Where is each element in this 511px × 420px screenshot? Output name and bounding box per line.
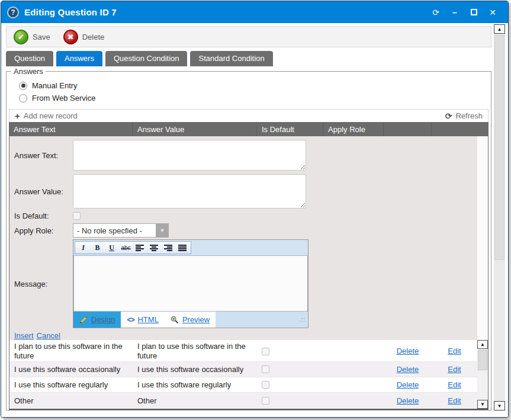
dialog-window: ? Editing Question ID 7 ⟳ – ✕ ✔ Save ✖ D… (1, 1, 509, 418)
close-icon[interactable]: ✕ (483, 8, 502, 17)
row-is-default-checkbox[interactable] (262, 397, 269, 405)
table-row: Other Other Delete Edit (9, 393, 477, 409)
cell-answer-text: I use this software regularly (9, 377, 133, 392)
tab-standard-condition[interactable]: Standard Condition (190, 51, 272, 66)
window-controls: ⟳ – ✕ (426, 8, 502, 17)
rows-scrollbar-thumb[interactable] (478, 350, 487, 370)
help-icon[interactable]: ? (7, 7, 19, 18)
bold-button[interactable]: B (91, 242, 104, 254)
radio-icon-unchecked[interactable] (19, 94, 27, 102)
save-check-icon: ✔ (14, 30, 28, 44)
radio-manual-entry[interactable]: Manual Entry (19, 79, 489, 92)
save-label: Save (33, 33, 50, 41)
column-header-empty-1 (383, 122, 431, 136)
cell-answer-value: Other (133, 393, 257, 409)
edit-link[interactable]: Edit (448, 347, 461, 356)
save-button[interactable]: ✔ Save (14, 30, 50, 44)
tab-question-condition[interactable]: Question Condition (105, 51, 188, 66)
column-header-answer-text: Answer Text (9, 122, 132, 136)
apply-role-value: - No role specfied - (73, 223, 156, 238)
grid-right-rail: ▲ ▼ (477, 136, 488, 409)
rte-content-area[interactable] (73, 255, 308, 312)
grid-body: Answer Text: Answer Value: Is Default: (9, 136, 488, 410)
cell-apply-role (323, 362, 384, 377)
cell-apply-role (323, 340, 384, 363)
delete-label: Delete (82, 33, 105, 41)
justify-icon[interactable] (176, 242, 189, 254)
code-brackets-icon: <> (127, 316, 134, 324)
edit-link[interactable]: Edit (448, 365, 461, 374)
html-tab[interactable]: <> HTML (121, 312, 164, 328)
answer-text-label: Answer Text: (14, 151, 73, 160)
strikethrough-button[interactable]: abc (119, 242, 133, 254)
maximize-icon[interactable] (464, 8, 483, 17)
refresh-grid-icon: ⟳ (445, 112, 452, 120)
insert-link[interactable]: Insert (14, 331, 34, 340)
window-scrollbar-thumb[interactable] (494, 35, 504, 260)
preview-tab[interactable]: Preview (165, 312, 216, 328)
dialog-content: ✔ Save ✖ Delete Question Answers Questio… (1, 23, 508, 418)
radio-icon-checked[interactable] (19, 82, 27, 90)
table-row: I use this software occasionally I use t… (9, 362, 477, 377)
answer-value-input[interactable] (73, 174, 306, 209)
is-default-checkbox[interactable] (73, 212, 81, 220)
answer-text-input[interactable] (73, 140, 306, 171)
delete-x-icon: ✖ (63, 30, 78, 44)
underline-button[interactable]: U (105, 242, 118, 254)
rte-mode-bar: Design <> HTML Preview (73, 312, 308, 328)
tab-strip: Question Answers Question Condition Stan… (6, 51, 491, 66)
align-center-icon[interactable] (147, 242, 161, 254)
cancel-link[interactable]: Cancel (37, 331, 60, 340)
delete-link[interactable]: Delete (397, 365, 419, 374)
edit-link[interactable]: Edit (448, 396, 461, 406)
answers-fieldset: Answers Manual Entry From Web Service (6, 67, 491, 411)
row-is-default-checkbox[interactable] (262, 381, 269, 389)
tab-answers[interactable]: Answers (56, 51, 102, 66)
message-rich-text-editor: I B U abc (73, 239, 308, 328)
entry-mode-radios: Manual Entry From Web Service (19, 79, 489, 104)
row-is-default-checkbox[interactable] (262, 348, 269, 355)
answers-legend: Answers (11, 67, 46, 76)
editor-resize-grip[interactable]: .:: (299, 316, 306, 323)
column-header-is-default: Is Default (256, 122, 323, 136)
grid-rows: I plan to use this software in the futur… (9, 340, 477, 409)
scroll-down-icon[interactable]: ▼ (477, 400, 488, 409)
tab-question[interactable]: Question (6, 51, 53, 66)
scroll-up-icon[interactable]: ▲ (494, 24, 505, 34)
grid-toolbar: + Add new record ⟳ Refresh (9, 109, 488, 122)
align-left-icon[interactable] (133, 242, 147, 254)
pencil-icon (79, 316, 88, 324)
cell-apply-role (323, 377, 384, 392)
rte-toolbar: I B U abc (73, 240, 308, 255)
add-new-record-button[interactable]: + Add new record (15, 111, 78, 120)
rows-scrollbar[interactable]: ▲ ▼ (477, 340, 488, 409)
cell-answer-text: Other (9, 393, 133, 409)
cell-answer-text: I use this software occasionally (9, 362, 133, 377)
scroll-up-icon[interactable]: ▲ (477, 340, 488, 349)
grid-header-row: Answer Text Answer Value Is Default Appl… (9, 122, 488, 136)
answer-value-label: Answer Value: (14, 187, 73, 196)
delete-link[interactable]: Delete (397, 396, 419, 406)
insert-form: Answer Text: Answer Value: Is Default: (9, 136, 477, 340)
column-header-apply-role: Apply Role (323, 122, 383, 136)
refresh-button[interactable]: ⟳ Refresh (445, 111, 483, 120)
delete-link[interactable]: Delete (397, 380, 419, 390)
design-tab[interactable]: Design (73, 312, 121, 328)
window-title: Editing Question ID 7 (24, 7, 117, 17)
minimize-icon[interactable]: – (445, 8, 464, 17)
delete-link[interactable]: Delete (397, 347, 419, 356)
chevron-down-icon[interactable]: ▼ (156, 223, 169, 238)
align-right-icon[interactable] (162, 242, 175, 254)
italic-button[interactable]: I (76, 242, 90, 254)
add-new-record-label: Add new record (24, 111, 78, 120)
answers-grid: + Add new record ⟳ Refresh Answer Text A… (9, 109, 488, 410)
window-scrollbar[interactable]: ▲ ▼ (494, 24, 505, 411)
delete-button[interactable]: ✖ Delete (63, 30, 105, 44)
refresh-icon[interactable]: ⟳ (426, 8, 445, 17)
apply-role-dropdown[interactable]: - No role specfied - ▼ (73, 223, 169, 238)
edit-link[interactable]: Edit (448, 380, 461, 390)
scroll-down-icon[interactable]: ▼ (494, 401, 505, 411)
row-is-default-checkbox[interactable] (262, 366, 269, 373)
radio-from-web-service[interactable]: From Web Service (19, 92, 489, 104)
cell-answer-text: I plan to use this software in the futur… (9, 340, 133, 363)
